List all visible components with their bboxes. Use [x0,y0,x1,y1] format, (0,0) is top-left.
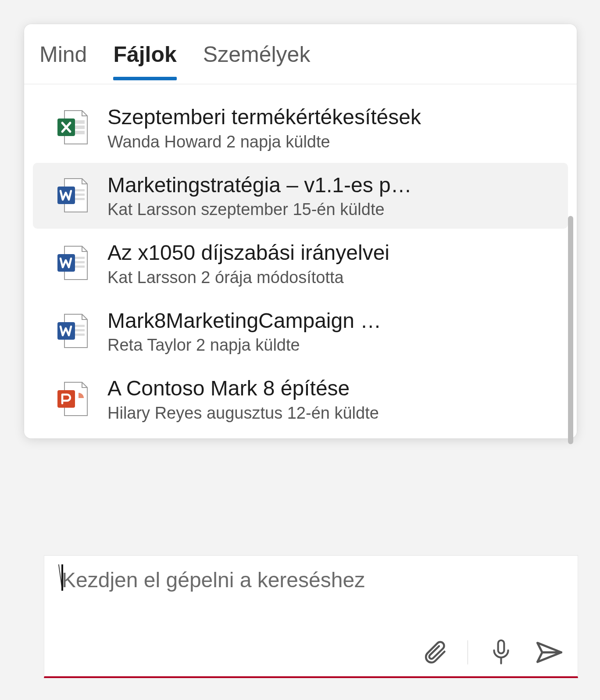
file-row-text: Marketingstratégia – v1.1-es p…Kat Larss… [107,172,412,219]
powerpoint-icon [55,380,90,419]
file-subtitle: Kat Larsson 2 órája módosította [107,268,389,287]
compose-placeholder: Kezdjen el gépelni a kereséshez [62,568,365,592]
mic-icon[interactable] [486,637,516,668]
file-subtitle: Wanda Howard 2 napja küldte [107,133,421,151]
send-icon[interactable] [534,637,564,668]
compose-box[interactable]: Kezdjen el gépelni a kereséshez [44,555,578,678]
file-subtitle: Kat Larsson szeptember 15-én küldte [107,200,412,219]
word-icon [55,244,90,283]
tab-people[interactable]: Személyek [203,42,311,79]
file-row[interactable]: Az x1050 díjszabási irányelveiKat Larsso… [33,230,568,297]
powerpoint-icon [55,380,90,419]
file-subtitle: Hilary Reyes augusztus 12-én küldte [107,404,379,423]
file-row-text: A Contoso Mark 8 építéseHilary Reyes aug… [107,376,379,423]
tab-files[interactable]: Fájlok [113,42,176,79]
file-title: Szeptemberi termékértékesítések [107,104,421,130]
file-row[interactable]: Szeptemberi termékértékesítésekWanda How… [33,95,568,161]
file-list: Szeptemberi termékértékesítésekWanda How… [24,84,577,438]
suggestion-popover: Mind Fájlok Személyek Szeptemberi termék… [24,24,577,438]
file-title: Marketingstratégia – v1.1-es p… [107,172,412,198]
file-title: Mark8MarketingCampaign … [107,308,381,334]
scrollbar-thumb[interactable] [568,216,573,444]
file-row-text: Szeptemberi termékértékesítésekWanda How… [107,104,421,151]
file-subtitle: Reta Taylor 2 napja küldte [107,336,381,355]
svg-rect-19 [57,390,75,408]
attach-icon[interactable] [419,637,450,668]
word-icon [55,176,90,215]
file-title: Az x1050 díjszabási irányelvei [107,240,389,266]
file-row-text: Mark8MarketingCampaign …Reta Taylor 2 na… [107,308,381,355]
toolbar-divider [468,640,468,664]
tab-all[interactable]: Mind [39,42,87,79]
file-row[interactable]: Mark8MarketingCampaign …Reta Taylor 2 na… [33,298,568,365]
svg-rect-0 [498,640,504,653]
compose-toolbar [419,637,564,668]
file-row-text: Az x1050 díjszabási irányelveiKat Larsso… [107,240,389,287]
word-icon [55,176,90,215]
word-icon [55,312,90,351]
file-row[interactable]: A Contoso Mark 8 építéseHilary Reyes aug… [33,366,568,432]
tab-bar: Mind Fájlok Személyek [24,24,577,84]
file-row[interactable]: Marketingstratégia – v1.1-es p…Kat Larss… [33,163,568,229]
word-icon [55,244,90,283]
excel-icon [55,108,90,147]
file-title: A Contoso Mark 8 építése [107,376,379,401]
word-icon [55,312,90,351]
excel-icon [55,108,90,147]
